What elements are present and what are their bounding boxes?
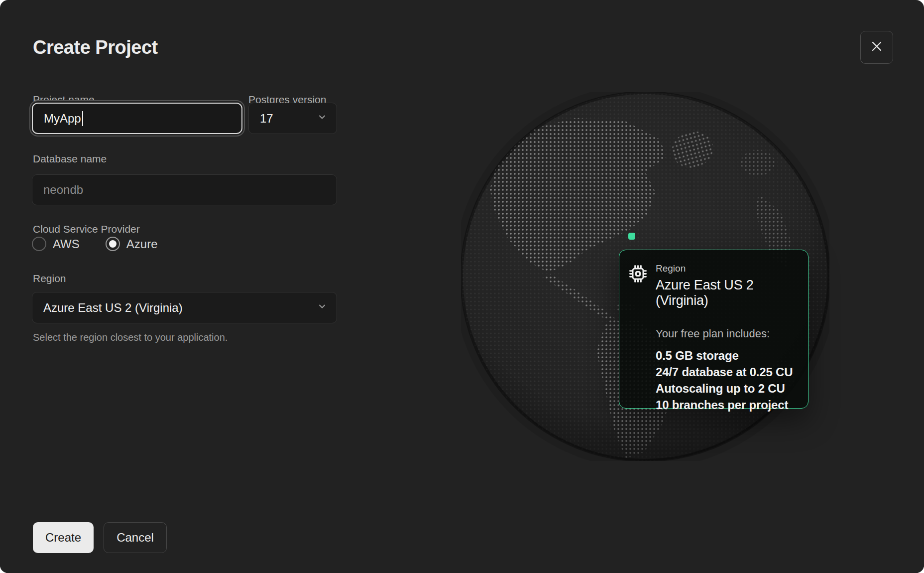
page-title: Create Project <box>33 37 158 58</box>
cancel-button[interactable]: Cancel <box>104 522 167 553</box>
close-button[interactable] <box>860 31 893 64</box>
region-card-header: Region Azure East US 2 (Virginia) <box>629 263 796 308</box>
region-label: Region <box>33 273 66 285</box>
cloud-provider-label: Cloud Service Provider <box>33 223 140 235</box>
radio-label-aws: AWS <box>53 237 80 251</box>
postgres-version-select[interactable]: 17 <box>248 103 337 134</box>
project-name-input[interactable]: MyApp <box>32 103 242 134</box>
tooltip-region-name: Azure East US 2 (Virginia) <box>656 278 796 308</box>
text-caret <box>82 111 83 126</box>
database-name-input[interactable]: neondb <box>32 174 337 205</box>
plan-feature: 10 branches per project <box>656 397 796 413</box>
plan-feature: 24/7 database at 0.25 CU <box>656 364 796 380</box>
radio-circle-selected <box>106 237 120 251</box>
plan-heading: Your free plan includes: <box>656 327 796 340</box>
region-marker[interactable] <box>628 233 635 240</box>
plan-feature: 0.5 GB storage <box>656 347 796 364</box>
chevron-down-icon <box>317 112 328 126</box>
create-project-dialog: Create Project Project name MyApp Postgr… <box>0 0 924 573</box>
database-name-placeholder: neondb <box>43 183 83 197</box>
cpu-chip-icon <box>629 265 647 283</box>
cloud-provider-radio-group: AWS Azure <box>32 237 157 251</box>
chevron-down-icon <box>317 301 328 315</box>
plan-feature-list: 0.5 GB storage 24/7 database at 0.25 CU … <box>656 347 796 413</box>
project-name-value: MyApp <box>44 112 81 126</box>
radio-option-azure[interactable]: Azure <box>106 237 158 251</box>
postgres-version-value: 17 <box>260 112 273 126</box>
region-helper-text: Select the region closest to your applic… <box>33 332 228 343</box>
region-tooltip-card: Region Azure East US 2 (Virginia) Your f… <box>619 250 808 409</box>
radio-option-aws[interactable]: AWS <box>32 237 80 251</box>
tooltip-region-label: Region <box>656 263 796 274</box>
region-value: Azure East US 2 (Virginia) <box>43 301 183 315</box>
radio-circle-unselected <box>32 237 46 251</box>
radio-label-azure: Azure <box>126 237 158 251</box>
create-button[interactable]: Create <box>33 522 94 553</box>
region-select[interactable]: Azure East US 2 (Virginia) <box>32 292 337 323</box>
database-name-label: Database name <box>33 153 107 165</box>
dialog-footer: Create Cancel <box>0 502 924 573</box>
radio-dot <box>109 240 116 248</box>
plan-feature: Autoscaling up to 2 CU <box>656 380 796 397</box>
close-icon <box>870 39 884 55</box>
